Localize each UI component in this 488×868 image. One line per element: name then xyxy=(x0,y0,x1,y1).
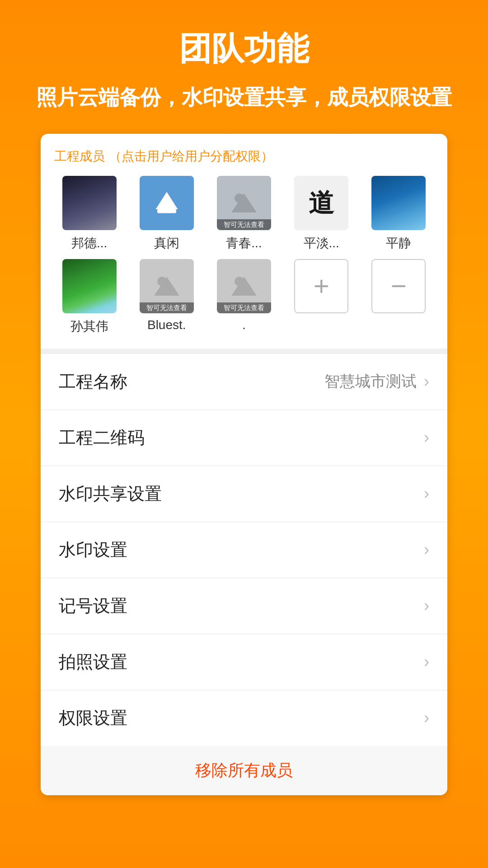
member-item-remove[interactable]: − xyxy=(364,259,434,335)
member-avatar-zhuxian xyxy=(140,176,194,230)
member-item-bondee[interactable]: 邦德... xyxy=(54,176,124,252)
member-item-pingjing[interactable]: 平静 xyxy=(364,176,434,252)
cannot-see-overlay-3: 智可无法查看 xyxy=(217,302,271,313)
members-grid: 邦德... 真闲 xyxy=(54,176,434,335)
member-avatar-add: + xyxy=(294,259,348,313)
menu-label-watermark-settings: 水印设置 xyxy=(59,538,127,561)
member-avatar-remove: − xyxy=(371,259,426,313)
chevron-right-icon-2: › xyxy=(424,428,429,447)
page-subtitle: 照片云端备份，水印设置共享，成员权限设置 xyxy=(18,84,470,111)
member-avatar-pingjing xyxy=(371,176,426,230)
svg-rect-1 xyxy=(157,209,176,213)
member-avatar-pingdan: 道 xyxy=(294,176,348,230)
member-item-qingchun[interactable]: 智可无法查看 青春... xyxy=(209,176,279,252)
chevron-right-icon-6: › xyxy=(424,652,429,671)
member-name-zhuxian: 真闲 xyxy=(140,235,194,252)
chevron-right-icon-3: › xyxy=(424,484,429,503)
members-section: 工程成员 （点击用户给用户分配权限） 邦德... xyxy=(41,134,447,349)
member-avatar-bluestack: 智可无法查看 xyxy=(140,259,194,313)
menu-item-watermark-settings[interactable]: 水印设置 › xyxy=(41,522,447,578)
member-item-zhuxian[interactable]: 真闲 xyxy=(131,176,202,252)
mountain-placeholder-icon xyxy=(228,189,260,217)
member-item-sunqiwei[interactable]: 孙其伟 xyxy=(54,259,124,335)
member-name-bluestack: Bluest. xyxy=(140,318,194,332)
menu-right-watermark-settings: › xyxy=(424,540,429,559)
remove-icon: − xyxy=(391,273,407,300)
menu-label-permission-settings: 权限设置 xyxy=(59,707,127,730)
boat-svg-icon xyxy=(151,187,183,219)
menu-item-photo-settings[interactable]: 拍照设置 › xyxy=(41,634,447,690)
member-name-pingdan: 平淡... xyxy=(294,235,348,252)
chevron-right-icon-7: › xyxy=(424,708,429,727)
svg-marker-0 xyxy=(155,192,178,209)
menu-label-project-name: 工程名称 xyxy=(59,370,127,393)
member-name-dot: . xyxy=(217,318,271,332)
menu-right-photo-settings: › xyxy=(424,652,429,671)
cannot-see-overlay-2: 智可无法查看 xyxy=(140,302,194,313)
page-title: 团队功能 xyxy=(179,27,309,71)
menu-item-mark-settings[interactable]: 记号设置 › xyxy=(41,578,447,634)
menu-item-watermark-share[interactable]: 水印共享设置 › xyxy=(41,466,447,522)
footer-section: 移除所有成员 xyxy=(41,746,447,795)
members-header: 工程成员 （点击用户给用户分配权限） xyxy=(54,147,434,165)
menu-label-photo-settings: 拍照设置 xyxy=(59,651,127,674)
member-name-pingjing: 平静 xyxy=(371,235,426,252)
remove-all-members-button[interactable]: 移除所有成员 xyxy=(195,760,293,782)
add-icon: + xyxy=(314,273,329,300)
members-header-hint: （点击用户给用户分配权限） xyxy=(109,149,273,163)
member-name-qingchun: 青春... xyxy=(217,235,271,252)
chevron-right-icon-5: › xyxy=(424,596,429,615)
menu-list: 工程名称 智慧城市测试 › 工程二维码 › 水印共享设置 › 水印设置 › xyxy=(41,354,447,746)
menu-right-permission-settings: › xyxy=(424,708,429,727)
members-header-label: 工程成员 xyxy=(54,149,105,163)
cannot-see-overlay: 智可无法查看 xyxy=(217,219,271,230)
menu-item-project-qrcode[interactable]: 工程二维码 › xyxy=(41,410,447,466)
chevron-right-icon: › xyxy=(424,372,429,391)
member-avatar-bondee xyxy=(62,176,117,230)
section-divider xyxy=(41,349,447,354)
member-name-sunqiwei: 孙其伟 xyxy=(62,318,117,335)
member-avatar-dot: 智可无法查看 xyxy=(217,259,271,313)
menu-right-project-qrcode: › xyxy=(424,428,429,447)
member-item-dot[interactable]: 智可无法查看 . xyxy=(209,259,279,335)
member-item-pingdan[interactable]: 道 平淡... xyxy=(286,176,357,252)
menu-value-project-name: 智慧城市测试 xyxy=(324,371,417,392)
member-item-bluestack[interactable]: 智可无法查看 Bluest. xyxy=(131,259,202,335)
menu-item-project-name[interactable]: 工程名称 智慧城市测试 › xyxy=(41,354,447,410)
menu-right-project-name: 智慧城市测试 › xyxy=(324,371,429,392)
menu-item-permission-settings[interactable]: 权限设置 › xyxy=(41,690,447,746)
member-avatar-qingchun: 智可无法查看 xyxy=(217,176,271,230)
chevron-right-icon-4: › xyxy=(424,540,429,559)
menu-right-watermark-share: › xyxy=(424,484,429,503)
main-card: 工程成员 （点击用户给用户分配权限） 邦德... xyxy=(41,134,447,795)
member-avatar-sunqiwei xyxy=(62,259,117,313)
mountain-placeholder2-icon xyxy=(151,273,183,300)
menu-label-watermark-share: 水印共享设置 xyxy=(59,482,162,505)
menu-right-mark-settings: › xyxy=(424,596,429,615)
mountain-placeholder3-icon xyxy=(228,273,260,300)
member-name-bondee: 邦德... xyxy=(62,235,117,252)
menu-label-mark-settings: 记号设置 xyxy=(59,594,127,618)
member-item-add[interactable]: + xyxy=(286,259,357,335)
menu-label-project-qrcode: 工程二维码 xyxy=(59,426,145,449)
